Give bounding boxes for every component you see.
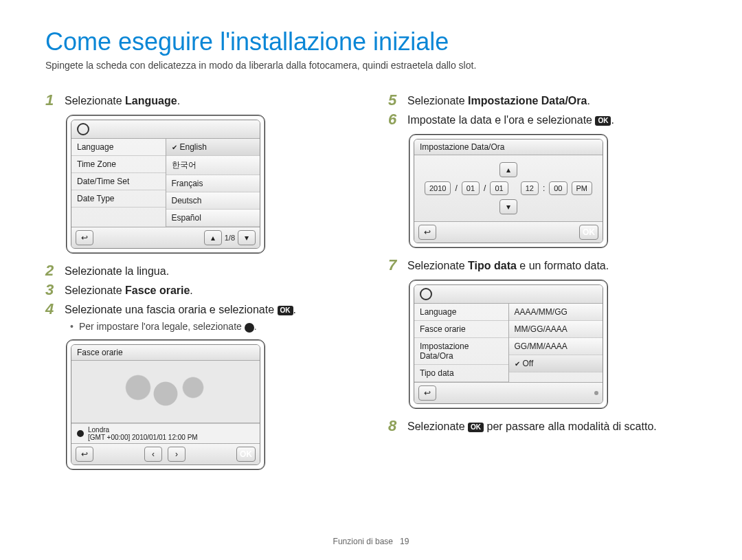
text: per passare alla modalità di scatto. — [484, 421, 657, 432]
back-button[interactable]: ↩ — [418, 385, 436, 401]
day-field[interactable]: 01 — [490, 181, 508, 195]
device-header — [414, 285, 603, 304]
dst-icon — [245, 323, 254, 333]
list-item[interactable]: Fasce orarie — [414, 321, 508, 338]
next-button[interactable]: › — [168, 447, 186, 462]
list-item[interactable]: 한국어 — [166, 156, 260, 175]
step-4: 4 Selezionate una fascia oraria e selezi… — [45, 302, 354, 317]
list-item[interactable]: Date Type — [71, 190, 166, 208]
text: . — [587, 95, 589, 107]
text: e un formato data. — [517, 260, 609, 271]
ok-button[interactable]: OK — [236, 447, 256, 462]
device-navbar: ↩ OK — [414, 221, 603, 243]
step-number: 7 — [388, 258, 402, 273]
pager-up-button[interactable]: ▴ — [204, 230, 222, 245]
hour-field[interactable]: 12 — [521, 181, 539, 195]
list-item[interactable]: Deutsch — [166, 192, 260, 210]
text: Impostate la data e l'ora e selezionate — [407, 114, 595, 126]
bullet-text: Per impostare l'ora legale, selezionate … — [79, 321, 257, 332]
month-field[interactable]: 01 — [462, 181, 480, 195]
step-2: 2 Selezionate la lingua. — [45, 263, 354, 278]
nav-arrows: ‹ › — [144, 447, 186, 462]
list-item[interactable]: MM/GG/AAAA — [509, 321, 603, 338]
list-item[interactable]: Tipo data — [414, 365, 508, 382]
device-title: Fasce orarie — [71, 345, 260, 361]
list-item[interactable]: Language — [71, 139, 166, 156]
text: . — [190, 284, 192, 296]
datetime-row: 2010 / 01 / 01 12 : 00 PM — [425, 181, 592, 195]
device-navbar: ↩ ‹ › OK — [71, 443, 260, 464]
step-text: Selezionate Language. — [65, 95, 180, 107]
device-body: Impostazione Data/Ora ▴ 2010 / 01 / 01 1… — [414, 139, 603, 243]
text-bold: Impostazione Data/Ora — [468, 95, 587, 107]
list-item[interactable]: Impostazione Data/Ora — [414, 338, 508, 365]
device-columns: Language Fasce orarie Impostazione Data/… — [414, 304, 603, 382]
minute-field[interactable]: 00 — [549, 181, 567, 195]
step-3: 3 Selezionate Fasce orarie. — [45, 282, 354, 298]
separator: : — [543, 183, 545, 193]
gear-icon — [420, 288, 432, 300]
step-5: 5 Selezionate Impostazione Data/Ora. — [388, 93, 697, 108]
text: Selezionate — [65, 95, 125, 107]
list-item[interactable]: Français — [166, 175, 260, 192]
text-bold: Fasce orarie — [125, 284, 190, 296]
year-field[interactable]: 2010 — [425, 181, 451, 195]
pager-down-button[interactable]: ▾ — [238, 230, 256, 245]
device-header — [71, 120, 260, 139]
page-footer: Funzioni di base 19 — [45, 516, 697, 546]
map-graphic — [97, 371, 234, 412]
device-language: Language Time Zone Date/Time Set Date Ty… — [66, 115, 265, 254]
ok-icon: OK — [278, 306, 293, 315]
footer-section: Funzioni di base — [333, 537, 393, 546]
text: Selezionate — [407, 95, 468, 107]
step-number: 6 — [388, 112, 402, 127]
step-text: Selezionate una fascia oraria e selezion… — [65, 304, 296, 316]
step-number: 5 — [388, 93, 402, 108]
back-button[interactable]: ↩ — [76, 447, 93, 462]
text: . — [611, 114, 614, 126]
pager: ▴ 1/8 ▾ — [204, 230, 256, 245]
device-right-list: English 한국어 Français Deutsch Español — [166, 139, 260, 227]
ok-icon: OK — [595, 116, 611, 126]
status-text: Londra [GMT +00:00] 2010/01/01 12:00 PM — [88, 426, 198, 441]
list-item[interactable]: Language — [414, 304, 508, 321]
list-item[interactable]: AAAA/MM/GG — [509, 304, 603, 321]
footer-page-number: 19 — [400, 537, 409, 546]
step-text: Selezionate la lingua. — [65, 265, 169, 278]
city-label: Londra — [88, 426, 198, 434]
ok-button[interactable]: OK — [579, 225, 598, 240]
list-item[interactable]: GG/MM/AAAA — [509, 338, 603, 355]
list-item-selected[interactable]: English — [166, 139, 260, 156]
text: Selezionate — [407, 421, 468, 432]
device-footer: ↩ ▴ 1/8 ▾ — [71, 227, 260, 248]
text: Per impostare l'ora legale, selezionate — [79, 321, 245, 332]
content-columns: 1 Selezionate Language. Language Time Zo… — [45, 89, 697, 516]
up-button[interactable]: ▴ — [499, 162, 517, 177]
step-number: 1 — [45, 93, 59, 108]
prev-button[interactable]: ‹ — [144, 447, 162, 462]
down-button[interactable]: ▾ — [499, 199, 517, 214]
step-7: 7 Selezionate Tipo data e un formato dat… — [388, 258, 697, 273]
list-item[interactable]: Español — [166, 210, 260, 227]
device-title: Impostazione Data/Ora — [414, 139, 603, 155]
datetime-editor: ▴ 2010 / 01 / 01 12 : 00 PM — [414, 155, 603, 221]
list-item-selected[interactable]: Off — [509, 355, 603, 372]
step-text: Selezionate Fasce orarie. — [65, 284, 193, 297]
device-footer: ↩ — [414, 382, 603, 403]
device-body: Language Time Zone Date/Time Set Date Ty… — [71, 120, 260, 249]
ok-icon: OK — [468, 423, 484, 432]
gear-icon — [77, 123, 89, 135]
column-right: 5 Selezionate Impostazione Data/Ora. 6 I… — [388, 89, 697, 516]
list-item[interactable]: Time Zone — [71, 156, 166, 173]
back-button[interactable]: ↩ — [76, 230, 93, 245]
page-subtitle: Spingete la scheda con delicatezza in mo… — [45, 60, 697, 71]
step-1: 1 Selezionate Language. — [45, 93, 354, 108]
back-button[interactable]: ↩ — [418, 225, 436, 240]
separator: / — [484, 183, 486, 193]
step-8: 8 Selezionate OK per passare alla modali… — [388, 418, 697, 434]
device-left-list: Language Time Zone Date/Time Set Date Ty… — [71, 139, 166, 227]
list-item[interactable]: Date/Time Set — [71, 173, 166, 190]
world-map[interactable] — [71, 361, 260, 423]
step-4-bullet: Per impostare l'ora legale, selezionate … — [70, 321, 354, 332]
ampm-field[interactable]: PM — [572, 181, 593, 195]
